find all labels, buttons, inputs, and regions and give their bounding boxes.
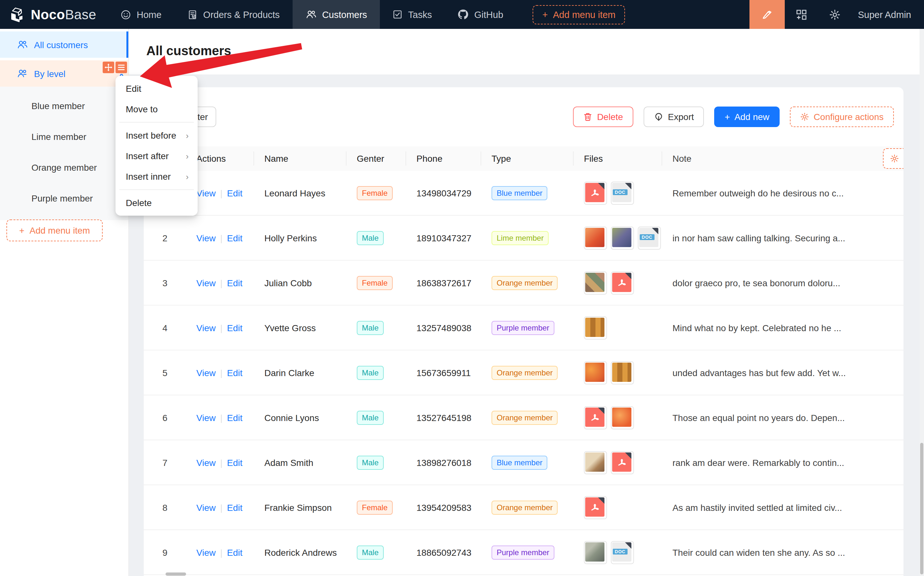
menu-item-edit[interactable]: Edit [118,78,195,99]
delete-button[interactable]: Delete [573,107,633,127]
sidebar-item-by-level[interactable]: By level ^ [0,60,128,86]
view-link[interactable]: View [197,412,216,422]
sidebar-item-all-customers[interactable]: All customers [0,32,128,58]
sidebar-add-menu-item-button[interactable]: + Add menu item [6,219,103,241]
row-actions-cell: View|Edit [186,278,254,288]
drag-handle-button[interactable] [103,62,114,73]
github-icon [457,9,468,20]
column-header-genter[interactable]: Genter [347,146,406,171]
user-menu[interactable]: Super Admin [852,0,924,29]
file-attachment[interactable]: DOC [638,226,661,249]
file-attachment[interactable] [611,361,634,384]
vertical-scrollbar[interactable] [919,29,924,576]
file-attachment[interactable] [584,271,607,294]
configure-columns-button[interactable] [883,148,903,169]
view-link[interactable]: View [197,278,216,288]
page-fold [625,452,631,459]
doc-label: DOC [640,234,654,240]
configure-actions-button[interactable]: Configure actions [790,107,894,127]
page-fold [625,182,631,189]
view-link[interactable]: View [197,502,216,512]
action-divider: | [220,367,222,378]
pdf-file-icon [612,452,631,471]
file-attachment[interactable] [584,226,607,249]
nav-item-customers[interactable]: Customers [293,0,380,29]
menu-item-delete[interactable]: Delete [118,192,195,213]
nav-item-orders-products[interactable]: Orders & Products [174,0,293,29]
file-attachment[interactable] [611,451,634,474]
edit-link[interactable]: Edit [227,547,242,557]
column-header-files[interactable]: Files [574,146,662,171]
file-attachment[interactable]: DOC [611,181,634,205]
files-cell: DOC [574,226,662,249]
edit-link[interactable]: Edit [227,412,242,422]
action-divider: | [220,547,222,557]
view-link[interactable]: View [197,547,216,557]
file-attachment[interactable] [584,406,607,429]
view-link[interactable]: View [197,367,216,378]
file-attachment[interactable] [584,496,607,519]
table-block-card: Filter Delete [144,87,903,576]
table-toolbar: Delete Export + Add new [573,107,894,127]
nav-item-github[interactable]: GitHub [445,0,516,29]
sidebar-item-purple-member[interactable]: Purple member [0,183,128,214]
file-attachment[interactable] [611,271,634,294]
nav-item-label: Customers [322,9,367,19]
plugin-manager-button[interactable] [785,0,818,29]
column-header-phone[interactable]: Phone [406,146,481,171]
export-button[interactable]: Export [644,107,704,127]
sidebar-item-lime-member[interactable]: Lime member [0,121,128,152]
column-header-note[interactable]: Note [662,146,903,171]
menu-item-move-to[interactable]: Move to [118,99,195,119]
nav-item-label: Orders & Products [203,9,280,19]
edit-link[interactable]: Edit [227,502,242,512]
ui-editor-button[interactable] [750,0,785,29]
menu-item-label: Insert inner [126,171,171,182]
sidebar-item-blue-member[interactable]: Blue member [0,91,128,121]
file-attachment[interactable] [611,406,634,429]
view-link[interactable]: View [197,233,216,243]
horizontal-scrollbar-thumb[interactable] [166,573,186,576]
nav-add-menu-item-button[interactable]: + Add menu item [533,5,625,24]
view-link[interactable]: View [197,457,216,467]
view-link[interactable]: View [197,188,216,198]
nav-item-home[interactable]: Home [108,0,174,29]
menu-item-insert-inner[interactable]: Insert inner› [118,166,195,187]
chevron-right-icon: › [186,172,189,181]
plugin-grid-icon [796,9,807,20]
table-row: 9View|EditRoderick AndrewsMale1886509274… [144,530,903,575]
add-new-button[interactable]: + Add new [715,107,780,127]
settings-button[interactable] [818,0,852,29]
column-header-name[interactable]: Name [254,146,347,171]
file-attachment[interactable] [584,316,607,339]
sidebar-item-orange-member[interactable]: Orange member [0,152,128,183]
action-divider: | [220,457,222,467]
file-attachment[interactable] [584,541,607,564]
row-actions-cell: View|Edit [186,412,254,422]
file-attachment[interactable]: DOC [611,541,634,564]
nocobase-logo[interactable]: NocoBase [0,0,108,29]
edit-link[interactable]: Edit [227,233,242,243]
edit-link[interactable]: Edit [227,457,242,467]
view-link[interactable]: View [197,323,216,333]
files-cell [574,316,662,339]
edit-link[interactable]: Edit [227,367,242,378]
image-thumbnail-fruit [585,227,604,247]
file-attachment[interactable] [584,181,607,205]
menu-designer-button[interactable] [115,62,127,73]
nav-item-tasks[interactable]: Tasks [380,0,445,29]
edit-link[interactable]: Edit [227,323,242,333]
edit-link[interactable]: Edit [227,188,242,198]
edit-link[interactable]: Edit [227,278,242,288]
menu-divider [119,189,194,190]
row-number-cell: 4 [144,323,186,333]
vertical-scrollbar-thumb[interactable] [920,443,923,574]
file-attachment[interactable] [584,451,607,474]
file-attachment[interactable] [611,226,634,249]
plus-icon: + [19,225,24,235]
menu-item-insert-before[interactable]: Insert before› [118,125,195,146]
menu-item-insert-after[interactable]: Insert after› [118,146,195,166]
column-header-type[interactable]: Type [481,146,574,171]
column-header-label: Name [264,154,288,164]
file-attachment[interactable] [584,361,607,384]
